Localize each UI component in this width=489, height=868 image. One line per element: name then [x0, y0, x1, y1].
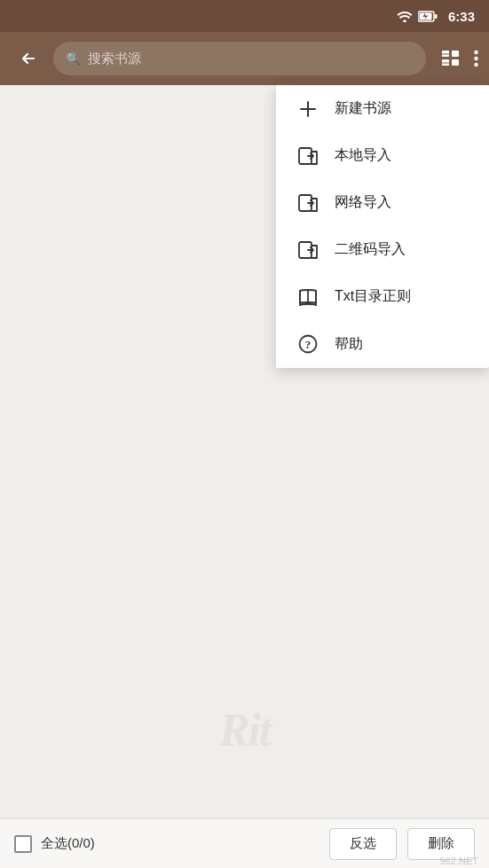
- local-import-icon: [297, 147, 319, 165]
- select-all-label: 全选(0/0): [41, 835, 95, 852]
- status-icons: 6:33: [397, 9, 475, 24]
- app-bar: 🔍 搜索书源: [0, 32, 489, 85]
- watermark: 962.NET: [440, 856, 478, 866]
- menu-item-local-import[interactable]: 本地导入: [276, 132, 489, 179]
- select-all-checkbox[interactable]: [14, 835, 32, 853]
- battery-icon: [418, 11, 438, 22]
- menu-item-txt-rule[interactable]: Txt目录正则: [276, 273, 489, 320]
- select-all-area: 全选(0/0): [14, 835, 95, 853]
- search-placeholder: 搜索书源: [88, 51, 141, 67]
- network-import-icon: [297, 194, 319, 212]
- menu-item-network-import[interactable]: 网络导入: [276, 179, 489, 226]
- menu-item-help[interactable]: ? 帮助: [276, 320, 489, 368]
- svg-text:?: ?: [305, 338, 312, 351]
- menu-label-network-import: 网络导入: [335, 193, 391, 212]
- wifi-icon: [397, 11, 413, 22]
- help-icon: ?: [297, 334, 319, 354]
- svg-rect-5: [452, 51, 459, 57]
- svg-point-12: [474, 63, 477, 66]
- main-content: 新建书源 本地导入 网络导入: [0, 85, 489, 818]
- book-icon: [297, 288, 319, 306]
- svg-point-11: [474, 57, 477, 60]
- status-bar: 6:33: [0, 0, 489, 32]
- rit-watermark: Rit: [219, 704, 271, 756]
- dropdown-menu: 新建书源 本地导入 网络导入: [276, 85, 489, 368]
- status-time: 6:33: [448, 9, 475, 24]
- svg-rect-7: [452, 59, 459, 66]
- bar-icons: [440, 49, 478, 68]
- menu-item-qrcode-import[interactable]: 二维码导入: [276, 226, 489, 273]
- svg-point-10: [474, 51, 477, 54]
- grid-view-button[interactable]: [440, 49, 461, 68]
- menu-label-qrcode-import: 二维码导入: [335, 240, 406, 259]
- bottom-bar: 全选(0/0) 反选 删除 962.NET: [0, 818, 489, 868]
- menu-item-new-source[interactable]: 新建书源: [276, 85, 489, 132]
- svg-rect-3: [435, 14, 438, 19]
- menu-label-help: 帮助: [335, 335, 363, 354]
- more-options-button[interactable]: [474, 49, 478, 68]
- svg-point-0: [403, 20, 406, 22]
- search-icon: 🔍: [66, 51, 81, 66]
- invert-button[interactable]: 反选: [329, 828, 397, 860]
- plus-icon: [297, 100, 319, 118]
- qrcode-import-icon: [297, 241, 319, 259]
- menu-label-local-import: 本地导入: [335, 146, 391, 165]
- menu-label-new-source: 新建书源: [335, 99, 391, 118]
- back-button[interactable]: [11, 42, 44, 75]
- search-bar[interactable]: 🔍 搜索书源: [53, 42, 426, 75]
- menu-label-txt-rule: Txt目录正则: [335, 287, 411, 306]
